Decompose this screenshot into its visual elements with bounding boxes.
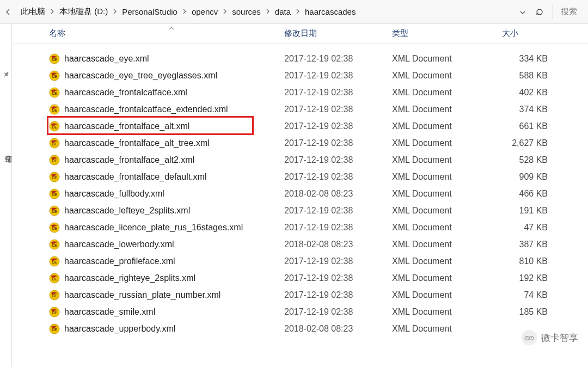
file-name: haarcascade_eye.xml (64, 54, 284, 64)
breadcrumb-item[interactable]: PersonalStudio (121, 6, 179, 17)
svg-text:UE: UE (52, 75, 57, 78)
file-row[interactable]: UEhaarcascade_lowerbody.xml2018-02-08 08… (49, 236, 588, 253)
nav-back-icon[interactable] (2, 7, 13, 17)
search-input[interactable]: 搜索 (556, 7, 586, 17)
file-size: 74 KB (502, 290, 551, 300)
file-type-icon: UE (49, 222, 60, 233)
svg-text:UE: UE (52, 328, 57, 332)
file-row[interactable]: UEhaarcascade_frontalface_alt2.xml2017-1… (49, 151, 588, 168)
breadcrumb-item[interactable]: data (274, 6, 292, 17)
file-date: 2018-02-08 08:23 (284, 189, 392, 199)
file-row[interactable]: UEhaarcascade_russian_plate_number.xml20… (49, 286, 588, 303)
breadcrumb-item[interactable]: sources (231, 6, 262, 17)
file-type-icon: UE (49, 239, 60, 250)
file-type: XML Document (392, 88, 502, 97)
file-row[interactable]: UEhaarcascade_frontalface_alt_tree.xml20… (49, 134, 588, 151)
file-row[interactable]: UEhaarcascade_fullbody.xml2018-02-08 08:… (49, 185, 588, 202)
file-size: 387 KB (502, 240, 551, 249)
column-header-size[interactable]: 大小 (502, 28, 562, 39)
file-row[interactable]: UEhaarcascade_frontalface_alt.xml2017-12… (49, 118, 588, 134)
file-type: XML Document (392, 223, 502, 233)
content-pane: 名称 修改日期 类型 大小 UEhaarcascade_eye.xml2017-… (12, 24, 588, 367)
file-type-icon: UE (49, 155, 60, 166)
file-name: haarcascade_profileface.xml (64, 256, 284, 266)
file-date: 2017-12-19 02:38 (284, 206, 392, 216)
breadcrumb-separator-icon (223, 9, 226, 15)
breadcrumb-separator-icon (51, 9, 54, 15)
file-type-icon: UE (49, 104, 60, 115)
breadcrumb-separator-icon (296, 9, 299, 15)
file-size: 528 KB (502, 155, 551, 165)
file-name: haarcascade_lefteye_2splits.xml (64, 206, 284, 216)
file-type-icon: UE (49, 188, 60, 199)
svg-text:UE: UE (52, 91, 57, 95)
file-row[interactable]: UEhaarcascade_profileface.xml2017-12-19 … (49, 253, 588, 270)
svg-text:UE: UE (52, 210, 57, 213)
path-dropdown-icon[interactable] (520, 9, 525, 15)
column-header-text-type: 类型 (392, 28, 408, 38)
file-row[interactable]: UEhaarcascade_righteye_2splits.xml2017-1… (49, 270, 588, 286)
file-type-icon: UE (49, 273, 60, 284)
column-header-date[interactable]: 修改日期 (284, 28, 392, 39)
file-type: XML Document (392, 273, 502, 283)
file-row[interactable]: UEhaarcascade_licence_plate_rus_16stages… (49, 219, 588, 236)
breadcrumb-item[interactable]: 本地磁盘 (D:) (58, 5, 109, 18)
toolbar-divider (553, 4, 553, 20)
file-type: XML Document (392, 172, 502, 182)
svg-text:UE: UE (52, 159, 57, 163)
breadcrumb-item[interactable]: opencv (191, 6, 219, 17)
file-type: XML Document (392, 324, 502, 334)
file-name: haarcascade_frontalface_alt.xml (64, 121, 284, 131)
file-type-icon: UE (49, 205, 60, 216)
file-type-icon: UE (49, 87, 60, 98)
file-name: haarcascade_frontalface_default.xml (64, 172, 284, 182)
breadcrumb: 此电脑本地磁盘 (D:)PersonalStudioopencvsourcesd… (15, 5, 516, 18)
file-name: haarcascade_frontalface_alt_tree.xml (64, 138, 284, 148)
file-name: haarcascade_frontalface_alt2.xml (64, 155, 284, 165)
file-size: 2,627 KB (502, 138, 551, 148)
file-type: XML Document (392, 121, 502, 131)
svg-text:UE: UE (52, 125, 57, 129)
gutter-label: 空铺 (0, 149, 12, 151)
file-row[interactable]: UEhaarcascade_frontalcatface_extended.xm… (49, 101, 588, 118)
file-type: XML Document (392, 240, 502, 249)
file-date: 2017-12-19 02:38 (284, 71, 392, 81)
file-type: XML Document (392, 71, 502, 81)
file-type-icon: UE (49, 290, 60, 301)
file-type-icon: UE (49, 70, 60, 81)
file-size: 191 KB (502, 206, 551, 216)
file-row[interactable]: UEhaarcascade_smile.xml2017-12-19 02:38X… (49, 303, 588, 320)
file-row[interactable]: UEhaarcascade_upperbody.xml2018-02-08 08… (49, 320, 588, 337)
file-row[interactable]: UEhaarcascade_eye.xml2017-12-19 02:38XML… (49, 50, 588, 67)
svg-text:UE: UE (52, 176, 57, 180)
file-date: 2017-12-19 02:38 (284, 223, 392, 233)
breadcrumb-item[interactable]: haarcascades (304, 6, 357, 17)
file-type-icon: UE (49, 138, 60, 149)
watermark-text: 微卡智享 (541, 332, 578, 344)
file-size: 810 KB (502, 256, 551, 266)
refresh-button[interactable] (532, 4, 547, 20)
file-type-icon: UE (49, 172, 60, 182)
file-type: XML Document (392, 290, 502, 300)
column-header-type[interactable]: 类型 (392, 28, 502, 39)
sort-indicator-icon (169, 25, 174, 31)
file-date: 2017-12-19 02:38 (284, 155, 392, 165)
file-date: 2017-12-19 02:38 (284, 256, 392, 266)
file-name: haarcascade_lowerbody.xml (64, 240, 284, 249)
file-type: XML Document (392, 256, 502, 266)
file-type: XML Document (392, 155, 502, 165)
file-row[interactable]: UEhaarcascade_eye_tree_eyeglasses.xml201… (49, 67, 588, 84)
breadcrumb-item[interactable]: 此电脑 (20, 5, 46, 18)
file-row[interactable]: UEhaarcascade_frontalcatface.xml2017-12-… (49, 84, 588, 101)
pin-icon[interactable] (0, 69, 11, 81)
file-date: 2017-12-19 02:38 (284, 273, 392, 283)
file-type-icon: UE (49, 121, 60, 132)
column-header-name[interactable]: 名称 (49, 28, 284, 39)
file-name: haarcascade_russian_plate_number.xml (64, 290, 284, 300)
file-name: haarcascade_smile.xml (64, 307, 284, 317)
svg-text:UE: UE (52, 311, 57, 315)
column-header-text-name: 名称 (49, 28, 65, 38)
file-size: 466 KB (502, 189, 551, 199)
file-row[interactable]: UEhaarcascade_lefteye_2splits.xml2017-12… (49, 202, 588, 219)
file-row[interactable]: UEhaarcascade_frontalface_default.xml201… (49, 168, 588, 185)
